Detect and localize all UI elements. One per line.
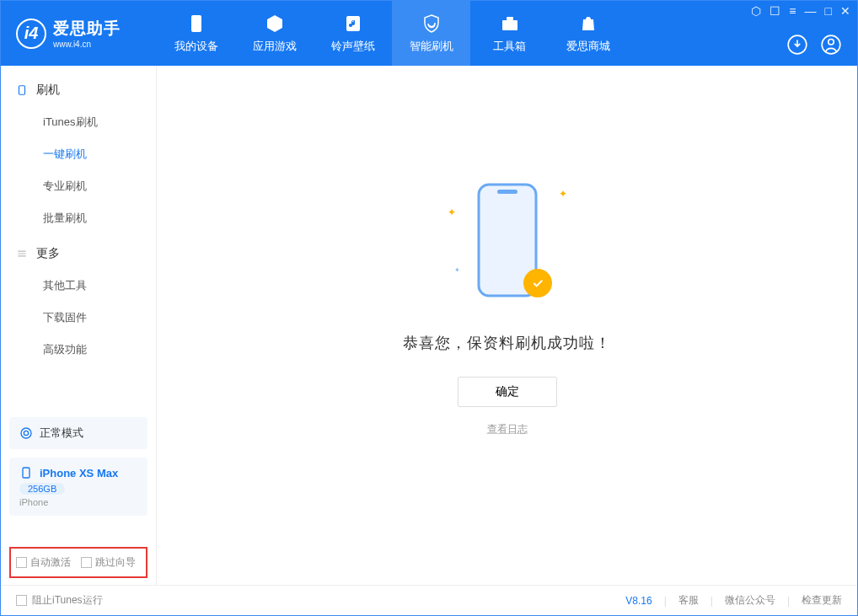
lock-icon[interactable]: ☐ [770, 4, 780, 18]
svg-rect-9 [23, 468, 29, 478]
checkbox-label: 阻止iTunes运行 [32, 593, 103, 608]
app-url: www.i4.cn [53, 40, 121, 49]
menu-icon[interactable]: ≡ [789, 4, 796, 18]
close-icon[interactable]: ✕ [840, 4, 850, 18]
logo-area: i4 爱思助手 www.i4.cn [1, 18, 157, 49]
tab-label: 智能刷机 [410, 39, 453, 54]
app-body: 刷机 iTunes刷机 一键刷机 专业刷机 批量刷机 更多 其他工具 下载固件 … [1, 66, 857, 585]
checkbox-icon [81, 557, 92, 568]
sidebar-item-advanced[interactable]: 高级功能 [1, 334, 156, 366]
section-title: 刷机 [36, 83, 60, 98]
menu-lines-icon [16, 248, 28, 260]
sparkle-icon: ✦ [559, 188, 567, 200]
sidebar-section-flash: 刷机 iTunes刷机 一键刷机 专业刷机 批量刷机 [1, 74, 156, 234]
svg-point-8 [21, 428, 31, 438]
success-message: 恭喜您，保资料刷机成功啦！ [403, 333, 611, 353]
tab-label: 铃声壁纸 [331, 39, 375, 54]
refresh-shield-icon [421, 13, 442, 34]
device-capacity: 256GB [19, 483, 65, 495]
svg-rect-11 [497, 190, 517, 194]
sync-icon [19, 426, 33, 440]
device-panel: 正常模式 iPhone XS Max 256GB iPhone [9, 417, 147, 524]
sidebar-item-batch-flash[interactable]: 批量刷机 [1, 202, 156, 234]
phone-icon [186, 13, 206, 34]
svg-rect-0 [191, 15, 201, 32]
sidebar: 刷机 iTunes刷机 一键刷机 专业刷机 批量刷机 更多 其他工具 下载固件 … [1, 66, 157, 585]
confirm-button[interactable]: 确定 [458, 377, 557, 407]
device-name: iPhone XS Max [40, 467, 118, 479]
block-itunes-checkbox[interactable]: 阻止iTunes运行 [16, 593, 103, 608]
checkbox-icon [16, 595, 27, 606]
tab-label: 应用游戏 [253, 39, 297, 54]
nav-tabs: 我的设备 应用游戏 铃声壁纸 智能刷机 工具箱 爱思商城 [157, 1, 627, 66]
checkbox-icon [16, 557, 27, 568]
device-type: iPhone [19, 497, 137, 507]
tab-label: 工具箱 [493, 39, 526, 54]
app-name: 爱思助手 [53, 18, 121, 40]
bag-icon [578, 13, 598, 34]
tab-toolbox[interactable]: 工具箱 [470, 1, 549, 66]
support-link[interactable]: 客服 [678, 593, 699, 608]
checkbox-label: 跳过向导 [95, 555, 136, 570]
sidebar-item-pro-flash[interactable]: 专业刷机 [1, 170, 156, 202]
toolbox-icon [500, 13, 520, 34]
sidebar-item-itunes-flash[interactable]: iTunes刷机 [1, 106, 156, 138]
version-label: V8.16 [625, 595, 652, 607]
options-row: 自动激活 跳过向导 [9, 547, 147, 578]
tab-label: 爱思商城 [566, 39, 610, 54]
sidebar-item-download-fw[interactable]: 下载固件 [1, 302, 156, 334]
phone-small-icon [19, 466, 33, 479]
sidebar-item-oneclick-flash[interactable]: 一键刷机 [1, 138, 156, 170]
minimize-icon[interactable]: — [805, 4, 817, 18]
sparkle-icon: ✦ [454, 266, 460, 274]
device-info-box[interactable]: iPhone XS Max 256GB iPhone [9, 458, 147, 516]
tab-label: 我的设备 [174, 39, 218, 54]
sidebar-section-more: 更多 其他工具 下载固件 高级功能 [1, 238, 156, 366]
footer-bar: 阻止iTunes运行 V8.16 | 客服 | 微信公众号 | 检查更新 [1, 585, 857, 615]
skip-guide-checkbox[interactable]: 跳过向导 [81, 555, 136, 570]
user-icon[interactable] [820, 34, 842, 56]
logo-icon: i4 [16, 19, 46, 49]
main-content: ✦ ✦ ✦ 恭喜您，保资料刷机成功啦！ 确定 查看日志 [157, 66, 857, 585]
tab-ring-wall[interactable]: 铃声壁纸 [314, 1, 392, 66]
cube-icon [265, 13, 285, 34]
wechat-link[interactable]: 微信公众号 [725, 593, 775, 608]
sidebar-header-flash[interactable]: 刷机 [1, 74, 156, 106]
download-icon[interactable] [786, 34, 808, 56]
footer-right: V8.16 | 客服 | 微信公众号 | 检查更新 [625, 593, 842, 608]
sidebar-item-other-tools[interactable]: 其他工具 [1, 270, 156, 302]
check-update-link[interactable]: 检查更新 [802, 593, 842, 608]
view-log-link[interactable]: 查看日志 [487, 422, 528, 437]
svg-rect-2 [502, 20, 517, 30]
app-header: i4 爱思助手 www.i4.cn 我的设备 应用游戏 铃声壁纸 智能刷机 工具… [1, 1, 857, 66]
tab-apps-games[interactable]: 应用游戏 [235, 1, 314, 66]
svg-rect-7 [19, 86, 25, 95]
device-small-icon [16, 84, 28, 96]
svg-point-6 [829, 40, 834, 46]
sidebar-header-more[interactable]: 更多 [1, 238, 156, 270]
sparkle-icon: ✦ [448, 206, 456, 218]
tab-smart-flash[interactable]: 智能刷机 [392, 1, 470, 66]
success-hero: ✦ ✦ ✦ 恭喜您，保资料刷机成功啦！ 确定 查看日志 [403, 181, 611, 437]
tab-my-device[interactable]: 我的设备 [157, 1, 235, 66]
tab-store[interactable]: 爱思商城 [549, 1, 627, 66]
device-illustration: ✦ ✦ ✦ [453, 181, 562, 308]
window-controls: ⬡ ☐ ≡ — □ ✕ [751, 4, 850, 18]
header-actions [786, 34, 842, 56]
mode-box[interactable]: 正常模式 [9, 417, 147, 449]
checkbox-label: 自动激活 [30, 555, 71, 570]
music-icon [343, 13, 363, 34]
section-title: 更多 [36, 246, 60, 261]
success-check-icon [523, 269, 552, 297]
mode-label: 正常模式 [40, 426, 83, 441]
svg-rect-3 [507, 17, 513, 20]
shirt-icon[interactable]: ⬡ [751, 4, 761, 18]
maximize-icon[interactable]: □ [825, 4, 832, 18]
auto-activate-checkbox[interactable]: 自动激活 [16, 555, 71, 570]
